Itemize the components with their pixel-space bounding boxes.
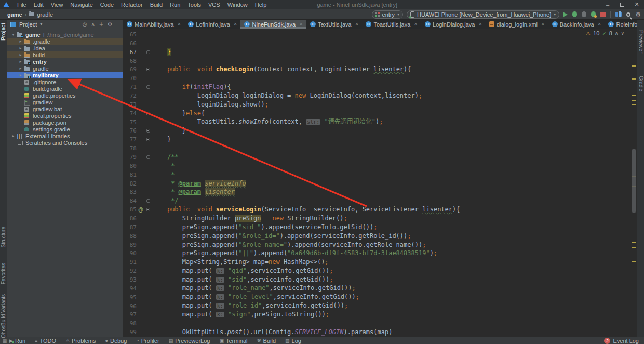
line-number[interactable]: 69	[123, 66, 138, 73]
code-line-68[interactable]: 68	[123, 57, 637, 65]
line-number[interactable]: 82	[123, 180, 138, 187]
menu-run[interactable]: Run	[166, 2, 184, 8]
code-line-92[interactable]: 92 map.put( k: "gid",serviceInfo.getGid(…	[123, 267, 637, 275]
prev-issue-icon[interactable]: ∧	[615, 31, 619, 36]
statusbar-problems[interactable]: ⚠Problems	[65, 338, 96, 344]
line-number[interactable]: 76	[123, 127, 138, 134]
tree-item-gradle[interactable]: ▸gradle	[7, 65, 123, 72]
tab-ninefunsdk-java[interactable]: CNineFunSdk.java✕	[240, 20, 306, 29]
line-number[interactable]: 66	[123, 40, 138, 47]
line-number[interactable]: 70	[123, 75, 138, 82]
code-line-93[interactable]: 93 map.put( k: "sid",serviceInfo.getGid(…	[123, 275, 637, 284]
tree-item-entry[interactable]: ▸entry	[7, 58, 123, 65]
fold-marker-icon[interactable]	[144, 199, 152, 203]
tree-item-local-properties[interactable]: local.properties	[7, 112, 123, 119]
code-line-77[interactable]: 77 }	[123, 135, 637, 144]
code-line-91[interactable]: 91 Map<String,String> map=new HashMap<>(…	[123, 258, 637, 267]
code-line-89[interactable]: 89 preSign.append("&role_name=").append(…	[123, 241, 637, 249]
line-number[interactable]: 89	[123, 242, 138, 248]
code-line-86[interactable]: 86 StringBuilder preSign = new StringBui…	[123, 214, 637, 223]
statusbar-log[interactable]: ▥Log	[285, 338, 301, 344]
close-tab-icon[interactable]: ✕	[478, 22, 482, 27]
close-tab-icon[interactable]: ✕	[178, 22, 181, 27]
fold-marker-icon[interactable]	[144, 129, 152, 133]
toolwindow-switcher-icon[interactable]: ▦	[0, 338, 9, 343]
menu-view[interactable]: View	[47, 2, 67, 8]
fold-marker-icon[interactable]	[144, 208, 152, 211]
tree-toggle-icon[interactable]: ▾	[10, 32, 16, 37]
minimize-icon[interactable]: –	[600, 2, 615, 8]
code-line-96[interactable]: 96 map.put( k: "role_id",serviceInfo.get…	[123, 302, 637, 311]
statusbar-build[interactable]: ⚒Build	[257, 338, 276, 344]
line-number[interactable]: 86	[123, 215, 138, 222]
fold-marker-icon[interactable]	[144, 155, 152, 159]
code-line-85[interactable]: 85@ public void serviceLogin(ServiceInfo…	[123, 205, 637, 214]
line-number[interactable]: 83	[123, 189, 138, 195]
code-line-83[interactable]: 83 * @param lisenter	[123, 188, 637, 196]
line-number[interactable]: 92	[123, 268, 138, 274]
line-number[interactable]: 99	[123, 329, 138, 336]
chevron-down-icon[interactable]: ▾	[40, 22, 42, 27]
tab-textutils-java[interactable]: CTextUtils.java✕	[306, 20, 363, 29]
code-line-67[interactable]: 67 }	[123, 48, 637, 57]
statusbar-profiler[interactable]: ◔Profiler	[136, 338, 159, 344]
project-panel-title[interactable]: Project	[19, 21, 37, 28]
code-line-66[interactable]: 66	[123, 39, 637, 48]
line-number[interactable]: 96	[123, 303, 138, 310]
line-number[interactable]: 80	[123, 163, 138, 169]
close-tab-icon[interactable]: ✕	[541, 22, 545, 27]
statusbar-previewerlog[interactable]: ▤PreviewerLog	[169, 338, 210, 344]
next-issue-icon[interactable]: ∨	[621, 31, 624, 36]
code-line-81[interactable]: 81 *	[123, 170, 637, 179]
tree-item-external-libraries[interactable]: ▸External Libraries	[7, 133, 123, 139]
device-file-explorer-icon[interactable]	[615, 12, 622, 17]
menu-build[interactable]: Build	[146, 2, 166, 8]
tree-toggle-icon[interactable]: ▸	[18, 59, 23, 64]
gear-icon[interactable]: ⚙	[108, 21, 112, 27]
tree-item-package-json[interactable]: package.json	[7, 119, 123, 126]
line-number[interactable]: 68	[123, 58, 138, 64]
code-line-87[interactable]: 87 preSign.append("sid=").append(service…	[123, 223, 637, 232]
line-number[interactable]: 74	[123, 110, 138, 117]
line-number[interactable]: 90	[123, 250, 138, 257]
code-line-94[interactable]: 94 map.put( k: "role_name",serviceInfo.g…	[123, 284, 637, 293]
run-button[interactable]	[563, 12, 568, 17]
menu-refactor[interactable]: Refactor	[117, 2, 146, 8]
tree-item-settings-gradle[interactable]: settings.gradle	[7, 126, 123, 133]
line-number[interactable]: 78	[123, 145, 138, 152]
close-icon[interactable]: ✕	[629, 1, 644, 8]
fold-marker-icon[interactable]	[144, 68, 152, 71]
line-number[interactable]: 65	[123, 31, 138, 38]
line-number[interactable]: 84	[123, 197, 138, 204]
code-line-65[interactable]: 65	[123, 30, 637, 39]
code-line-69[interactable]: 69 public void checkLogin(Context contex…	[123, 65, 637, 74]
hide-panel-icon[interactable]: −	[116, 21, 119, 27]
code-line-79[interactable]: 79 /**	[123, 153, 637, 162]
code-line-84[interactable]: 84 */	[123, 196, 637, 205]
close-tab-icon[interactable]: ✕	[414, 22, 418, 27]
line-number[interactable]: 93	[123, 276, 138, 283]
line-number[interactable]: 75	[123, 119, 138, 126]
tree-item-gradle-properties[interactable]: gradle.properties	[7, 92, 123, 99]
search-icon[interactable]	[626, 12, 630, 17]
tab-backinfo-java[interactable]: CBackInfo.java✕	[548, 20, 605, 29]
code-line-99[interactable]: 99 OkHttpUtils.post().url(Config.SERVICE…	[123, 328, 637, 337]
menu-code[interactable]: Code	[97, 2, 117, 8]
tree-item-scratches-and-consoles[interactable]: Scratches and Consoles	[7, 139, 123, 146]
tree-item-gradlew[interactable]: gradlew	[7, 99, 123, 105]
line-number[interactable]: 94	[123, 285, 138, 292]
menu-edit[interactable]: Edit	[30, 2, 47, 8]
tree-toggle-icon[interactable]: ▸	[18, 46, 23, 50]
toolwindow-structure[interactable]: Structure	[1, 227, 6, 248]
code-line-95[interactable]: 95 map.put( k: "role_level",serviceInfo.…	[123, 293, 637, 302]
code-line-82[interactable]: 82 * @param serviceInfo	[123, 179, 637, 188]
statusbar-terminal[interactable]: ▣Terminal	[219, 338, 247, 344]
fold-marker-icon[interactable]	[144, 138, 152, 141]
fold-marker-icon[interactable]	[144, 50, 152, 54]
tree-item--gitignore[interactable]: .gitignore	[7, 78, 123, 85]
menu-file[interactable]: File	[14, 2, 30, 8]
line-number[interactable]: 87	[123, 224, 138, 231]
tree-toggle-icon[interactable]: ▸	[18, 66, 23, 71]
device-selector[interactable]: HUAWEI Phone [New_Device_from_Huawei_Pho…	[407, 10, 559, 19]
menu-vcs[interactable]: VCS	[205, 2, 224, 8]
